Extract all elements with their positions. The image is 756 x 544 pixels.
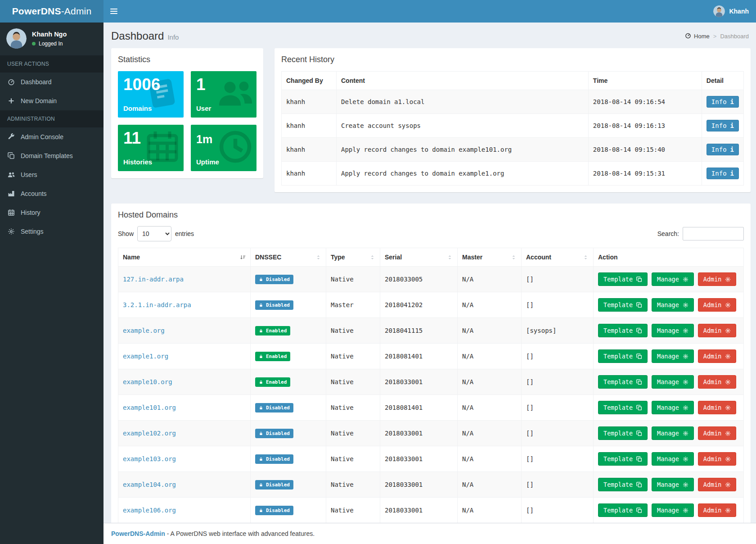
admin-button[interactable]: Admin (698, 272, 737, 286)
gear-icon (683, 379, 688, 385)
domain-link[interactable]: example.org (123, 327, 165, 334)
column-header-type[interactable]: Type (326, 248, 380, 267)
domain-link[interactable]: example104.org (123, 481, 176, 488)
dnssec-badge: Disabled (255, 300, 293, 310)
hosted-domains-table: Name DNSSEC Type Serial Master Account A… (118, 248, 744, 523)
dnssec-badge: Disabled (255, 454, 293, 464)
template-button[interactable]: Template (598, 324, 648, 337)
changed-by-cell: khanh (282, 114, 337, 138)
dashboard-icon (685, 32, 691, 40)
manage-button[interactable]: Manage (652, 452, 694, 466)
gear-icon (725, 277, 731, 282)
gear-icon (683, 508, 688, 513)
sidebar-item-new-domain[interactable]: New Domain (0, 91, 104, 110)
manage-button[interactable]: Manage (652, 478, 694, 491)
domain-link[interactable]: example102.org (123, 430, 176, 437)
template-button[interactable]: Template (598, 272, 648, 286)
sidebar-item-users[interactable]: Users (0, 165, 104, 184)
breadcrumb-current: Dashboard (720, 33, 749, 40)
type-cell: Native (326, 472, 380, 498)
sidebar-item-dashboard[interactable]: Dashboard (0, 73, 104, 91)
template-button[interactable]: Template (598, 503, 648, 517)
domain-link[interactable]: example101.org (123, 404, 176, 411)
table-row: example104.org Disabled Native 201803300… (118, 472, 744, 498)
column-header-master[interactable]: Master (458, 248, 522, 267)
footer-brand-link[interactable]: PowerDNS-Admin (111, 530, 165, 537)
admin-button[interactable]: Admin (698, 298, 737, 312)
domain-link[interactable]: 3.2.1.in-addr.arpa (123, 301, 191, 308)
time-cell: 2018-08-14 09:15:31 (588, 162, 702, 186)
sidebar: Khanh Ngo Logged In USER ACTIONS Dashboa… (0, 23, 104, 544)
column-header-account[interactable]: Account (522, 248, 594, 267)
stat-tile-uptime[interactable]: 1m Uptime (191, 125, 256, 171)
sidebar-item-domain-templates[interactable]: Domain Templates (0, 146, 104, 165)
column-header-name[interactable]: Name (118, 248, 251, 267)
sidebar-item-label: Domain Templates (21, 152, 73, 159)
domain-link[interactable]: example10.org (123, 378, 172, 385)
sidebar-item-accounts[interactable]: Accounts (0, 184, 104, 203)
admin-button[interactable]: Admin (698, 349, 737, 363)
master-cell: N/A (458, 369, 522, 395)
manage-button[interactable]: Manage (652, 426, 694, 440)
sidebar-item-label: New Domain (21, 97, 57, 104)
brand-logo[interactable]: PowerDNS-Admin (0, 0, 104, 23)
users-icon (7, 171, 15, 178)
stat-label: Uptime (196, 158, 219, 166)
manage-button[interactable]: Manage (652, 298, 694, 312)
clone-icon (636, 354, 642, 359)
manage-button[interactable]: Manage (652, 503, 694, 517)
template-button[interactable]: Template (598, 298, 648, 312)
stat-tile-user[interactable]: 1 User (191, 71, 256, 118)
template-button[interactable]: Template (598, 375, 648, 389)
template-button[interactable]: Template (598, 426, 648, 440)
breadcrumb-home-link[interactable]: Home (685, 32, 710, 40)
stat-tile-domains[interactable]: 1006 Domains (118, 71, 184, 118)
admin-button[interactable]: Admin (698, 401, 737, 414)
column-header-serial[interactable]: Serial (380, 248, 458, 267)
domain-link[interactable]: 127.in-addr.arpa (123, 276, 184, 283)
manage-button[interactable]: Manage (652, 375, 694, 389)
sidebar-item-settings[interactable]: Settings (0, 222, 104, 241)
column-header-content: Content (337, 72, 589, 90)
admin-button[interactable]: Admin (698, 452, 737, 466)
admin-button[interactable]: Admin (698, 503, 737, 517)
template-button[interactable]: Template (598, 349, 648, 363)
recent-history-table: Changed By Content Time Detail khanh (281, 71, 744, 186)
page-size-select[interactable]: 10 (137, 226, 171, 241)
template-button[interactable]: Template (598, 401, 648, 414)
user-menu[interactable]: Khanh (706, 0, 756, 23)
template-button[interactable]: Template (598, 452, 648, 466)
search-input[interactable] (683, 227, 744, 240)
domain-link[interactable]: example103.org (123, 455, 176, 462)
gear-icon (725, 354, 731, 359)
sidebar-item-admin-console[interactable]: Admin Console (0, 127, 104, 146)
domain-link[interactable]: example106.org (123, 507, 176, 514)
admin-button[interactable]: Admin (698, 324, 737, 337)
sidebar-item-history[interactable]: History (0, 203, 104, 222)
info-button[interactable]: Infoi (706, 120, 739, 131)
info-button[interactable]: Infoi (706, 96, 739, 108)
sort-icon (315, 254, 321, 260)
recent-history-title: Recent History (274, 48, 751, 70)
table-row: 3.2.1.in-addr.arpa Disabled Master 20180… (118, 292, 744, 318)
template-button[interactable]: Template (598, 478, 648, 491)
manage-button[interactable]: Manage (652, 349, 694, 363)
manage-button[interactable]: Manage (652, 272, 694, 286)
sidebar-user-name: Khanh Ngo (32, 31, 67, 38)
table-row: example101.org Disabled Native 201808140… (118, 395, 744, 421)
info-button[interactable]: Infoi (706, 168, 739, 179)
manage-button[interactable]: Manage (652, 401, 694, 414)
domain-link[interactable]: example1.org (123, 353, 168, 360)
sidebar-item-label: Users (21, 171, 37, 178)
admin-button[interactable]: Admin (698, 375, 737, 389)
stat-tile-histories[interactable]: 11 Histories (118, 125, 184, 171)
manage-button[interactable]: Manage (652, 324, 694, 337)
column-header-dnssec[interactable]: DNSSEC (251, 248, 326, 267)
gear-icon (683, 482, 688, 488)
clone-icon (636, 328, 642, 334)
admin-button[interactable]: Admin (698, 478, 737, 491)
admin-button[interactable]: Admin (698, 426, 737, 440)
sidebar-toggle-button[interactable] (104, 0, 124, 23)
master-cell: N/A (458, 395, 522, 421)
info-button[interactable]: Infoi (706, 144, 739, 155)
